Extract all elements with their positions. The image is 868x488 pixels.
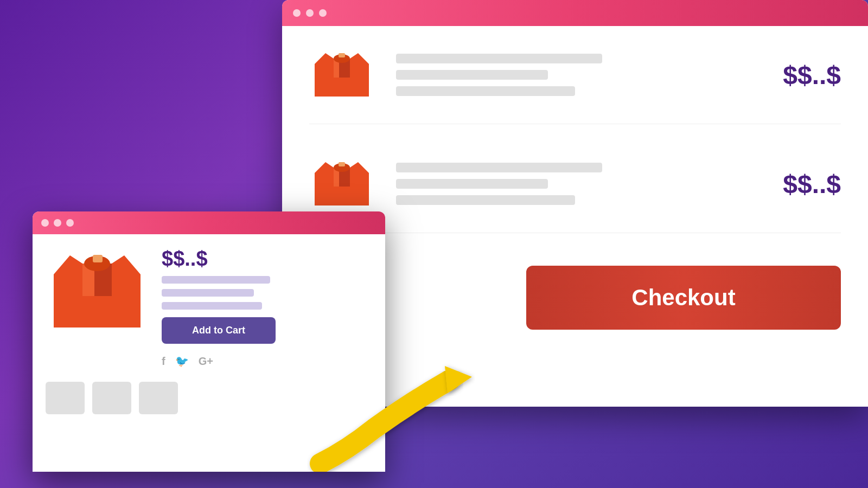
window-dot-1	[293, 9, 301, 17]
thumbnail-1[interactable]	[46, 382, 85, 414]
facebook-icon[interactable]: f	[162, 355, 165, 368]
product-info-1	[396, 54, 761, 96]
thumbnail-3[interactable]	[139, 382, 178, 414]
product-bar-2b	[396, 179, 548, 189]
thumbnail-2[interactable]	[92, 382, 131, 414]
window-dot-3	[319, 9, 327, 17]
product-bar-1a	[396, 54, 602, 63]
svg-rect-6	[339, 53, 345, 57]
svg-rect-20	[93, 255, 103, 262]
svg-marker-8	[350, 162, 369, 206]
detail-price: $$..$	[162, 247, 372, 271]
titlebar-back	[282, 0, 868, 26]
front-dot-2	[54, 219, 61, 227]
arrow-container	[304, 363, 494, 472]
product-price-2: $$..$	[783, 169, 841, 199]
svg-marker-14	[54, 255, 82, 328]
product-detail-info: $$..$ Add to Cart f 🐦 G+	[162, 247, 372, 368]
twitter-icon[interactable]: 🐦	[175, 355, 189, 368]
titlebar-front	[33, 211, 385, 234]
tshirt-detail-image	[46, 247, 149, 334]
product-bar-1c	[396, 86, 575, 96]
detail-bar-3	[162, 302, 262, 310]
svg-marker-15	[112, 255, 141, 328]
detail-bar-2	[162, 289, 254, 297]
front-dot-1	[41, 219, 49, 227]
front-dot-3	[66, 219, 74, 227]
svg-marker-0	[315, 53, 334, 97]
window-dot-2	[306, 9, 314, 17]
product-bar-2a	[396, 163, 602, 172]
product-price-1: $$..$	[783, 60, 841, 90]
detail-bar-1	[162, 276, 270, 284]
svg-marker-1	[350, 53, 369, 97]
googleplus-icon[interactable]: G+	[199, 355, 213, 368]
product-info-2	[396, 163, 761, 205]
tshirt-image-1	[309, 48, 374, 102]
svg-marker-21	[445, 366, 472, 393]
product-row-2: $$..$	[309, 157, 841, 233]
tshirt-image-2	[309, 157, 374, 211]
checkout-button[interactable]: Checkout	[526, 266, 841, 330]
product-bar-1b	[396, 70, 548, 80]
product-detail-top: $$..$ Add to Cart f 🐦 G+	[46, 247, 372, 368]
arrow-svg	[304, 363, 494, 472]
product-row-1: $$..$	[309, 48, 841, 124]
product-bar-2c	[396, 195, 575, 205]
add-to-cart-button[interactable]: Add to Cart	[162, 317, 276, 344]
svg-rect-13	[339, 162, 345, 166]
svg-marker-7	[315, 162, 334, 206]
